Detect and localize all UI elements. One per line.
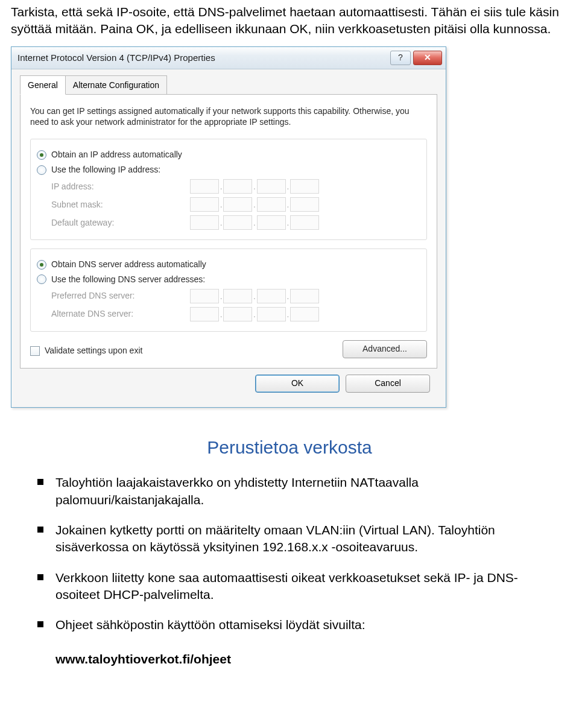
radio-dns-auto-row[interactable]: Obtain DNS server address automatically xyxy=(37,259,420,270)
tcpip-properties-dialog: Internet Protocol Version 4 (TCP/IPv4) P… xyxy=(11,46,446,408)
cancel-button[interactable]: Cancel xyxy=(346,375,430,393)
default-gateway-row: Default gateway: ... xyxy=(51,215,420,230)
radio-icon xyxy=(37,150,46,160)
dns-group: Obtain DNS server address automatically … xyxy=(30,248,427,332)
close-icon: ✕ xyxy=(424,52,431,63)
tabs: General Alternate Configuration xyxy=(20,75,437,95)
ip-address-input: ... xyxy=(190,179,319,194)
radio-icon xyxy=(37,274,46,284)
ok-button[interactable]: OK xyxy=(255,375,340,393)
ip-address-label: IP address: xyxy=(51,181,190,192)
list-item: Jokainen kytketty portti on määritelty o… xyxy=(55,522,561,556)
checkbox-icon xyxy=(30,346,40,356)
radio-icon xyxy=(37,260,46,270)
preferred-dns-input: ... xyxy=(190,289,319,303)
list-item: Verkkoon liitetty kone saa automaattises… xyxy=(55,569,561,604)
subnet-mask-row: Subnet mask: ... xyxy=(51,197,420,212)
subnet-mask-input: ... xyxy=(190,197,319,212)
validate-checkbox-row[interactable]: Validate settings upon exit xyxy=(30,345,142,356)
default-gateway-label: Default gateway: xyxy=(51,217,190,229)
default-gateway-input: ... xyxy=(190,215,319,230)
alternate-dns-label: Alternate DNS server: xyxy=(51,308,190,320)
preferred-dns-row: Preferred DNS server: ... xyxy=(51,289,420,303)
radio-ip-auto-label: Obtain an IP address automatically xyxy=(51,149,182,160)
dialog-title: Internet Protocol Version 4 (TCP/IPv4) P… xyxy=(17,52,388,64)
titlebar: Internet Protocol Version 4 (TCP/IPv4) P… xyxy=(11,47,446,69)
validate-label: Validate settings upon exit xyxy=(45,345,142,356)
alternate-dns-input: ... xyxy=(190,307,319,321)
help-button[interactable]: ? xyxy=(390,51,411,65)
dialog-body: General Alternate Configuration You can … xyxy=(11,69,446,407)
close-button[interactable]: ✕ xyxy=(413,51,442,65)
footer-url: www.taloyhtioverkot.fi/ohjeet xyxy=(0,647,579,668)
tab-panel-general: You can get IP settings assigned automat… xyxy=(20,94,437,369)
alternate-dns-row: Alternate DNS server: ... xyxy=(51,307,420,321)
help-icon: ? xyxy=(398,52,403,63)
tab-general[interactable]: General xyxy=(20,75,66,95)
description-text: You can get IP settings assigned automat… xyxy=(30,106,427,128)
preferred-dns-label: Preferred DNS server: xyxy=(51,290,190,302)
radio-ip-manual-row[interactable]: Use the following IP address: xyxy=(37,164,420,176)
radio-icon xyxy=(37,165,46,175)
intro-text: Tarkista, että sekä IP-osoite, että DNS-… xyxy=(0,0,579,44)
advanced-button[interactable]: Advanced... xyxy=(343,340,427,358)
subnet-mask-label: Subnet mask: xyxy=(51,199,190,210)
radio-ip-auto-row[interactable]: Obtain an IP address automatically xyxy=(37,149,420,160)
radio-dns-manual-row[interactable]: Use the following DNS server addresses: xyxy=(37,274,420,285)
dialog-footer: OK Cancel xyxy=(20,369,437,399)
radio-ip-manual-label: Use the following IP address: xyxy=(51,164,160,176)
bullet-list: Taloyhtiön laajakaistaverkko on yhdistet… xyxy=(0,474,579,633)
list-item: Taloyhtiön laajakaistaverkko on yhdistet… xyxy=(55,474,561,508)
tab-alternate-configuration[interactable]: Alternate Configuration xyxy=(65,75,167,95)
section-title: Perustietoa verkosta xyxy=(0,435,579,460)
list-item: Ohjeet sähköpostin käyttöön ottamiseksi … xyxy=(55,616,561,633)
ip-group: Obtain an IP address automatically Use t… xyxy=(30,139,427,240)
radio-dns-auto-label: Obtain DNS server address automatically xyxy=(51,259,206,270)
radio-dns-manual-label: Use the following DNS server addresses: xyxy=(51,274,205,285)
ip-address-row: IP address: ... xyxy=(51,179,420,194)
